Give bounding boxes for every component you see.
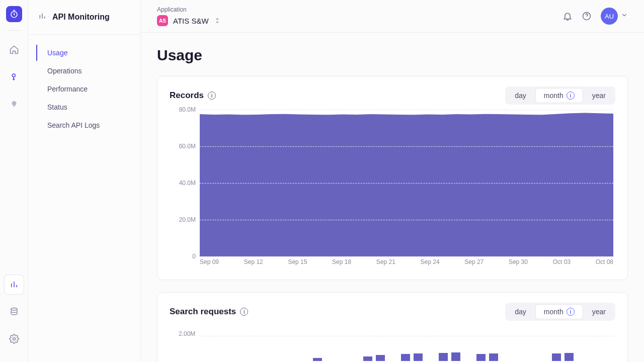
sidebar-item-status[interactable]: Status	[36, 99, 140, 115]
nav-rail	[0, 0, 28, 362]
period-month[interactable]: month i	[535, 304, 583, 319]
search-requests-card: Search requests i day month i year 2.00M	[157, 292, 628, 362]
sidebar-item-usage[interactable]: Usage	[36, 45, 140, 61]
search-requests-title: Search requests	[170, 307, 236, 317]
app-picker-label: Application	[157, 6, 220, 13]
info-icon[interactable]: i	[208, 92, 216, 100]
period-year[interactable]: year	[584, 304, 614, 319]
bar-chart-icon	[38, 12, 46, 22]
home-icon[interactable]	[4, 40, 24, 60]
sidebar-item-performance[interactable]: Performance	[36, 81, 140, 97]
info-icon: i	[567, 308, 575, 316]
side-nav: UsageOperationsPerformanceStatusSearch A…	[28, 45, 140, 133]
search-config-icon[interactable]	[4, 67, 24, 87]
page-title: Usage	[157, 47, 628, 64]
records-card: Records i day month i year 80.0M60.0M40.…	[157, 76, 628, 280]
info-icon[interactable]: i	[240, 308, 248, 316]
app-picker[interactable]: AS ATIS S&W	[157, 15, 220, 26]
sidebar-item-operations[interactable]: Operations	[36, 63, 140, 79]
chevron-down-icon	[621, 12, 628, 21]
svg-point-1	[12, 74, 15, 77]
search-requests-chart: 2.00M	[170, 326, 615, 361]
info-icon: i	[567, 92, 575, 100]
select-chevrons-icon	[215, 17, 220, 24]
app-logo[interactable]	[6, 6, 22, 22]
avatar: AU	[601, 8, 618, 25]
svg-point-4	[11, 308, 17, 311]
bulb-icon[interactable]	[4, 94, 24, 114]
period-month[interactable]: month i	[535, 88, 583, 103]
search-period-segment: day month i year	[505, 303, 615, 321]
svg-point-5	[13, 338, 15, 340]
records-chart: 80.0M60.0M40.0M20.0M0 Sep 09Sep 12Sep 15…	[170, 110, 615, 270]
gear-icon[interactable]	[4, 329, 24, 349]
topbar: Application AS ATIS S&W AU	[141, 0, 644, 33]
records-period-segment: day month i year	[505, 86, 615, 105]
app-badge: AS	[157, 15, 168, 26]
svg-point-2	[12, 101, 16, 106]
chart-icon[interactable]	[4, 275, 24, 295]
user-menu[interactable]: AU	[601, 8, 628, 25]
bell-icon[interactable]	[562, 11, 573, 21]
period-year[interactable]: year	[584, 88, 614, 103]
sidebar-item-search-api-logs[interactable]: Search API Logs	[36, 117, 140, 133]
records-title: Records	[170, 90, 204, 101]
section-title: API Monitoring	[52, 13, 110, 22]
app-name: ATIS S&W	[173, 17, 209, 25]
svg-rect-3	[13, 106, 15, 107]
period-day[interactable]: day	[507, 304, 534, 319]
help-icon[interactable]	[582, 11, 592, 21]
database-icon[interactable]	[4, 302, 24, 322]
side-panel: API Monitoring UsageOperationsPerformanc…	[28, 0, 141, 362]
period-day[interactable]: day	[507, 88, 534, 103]
